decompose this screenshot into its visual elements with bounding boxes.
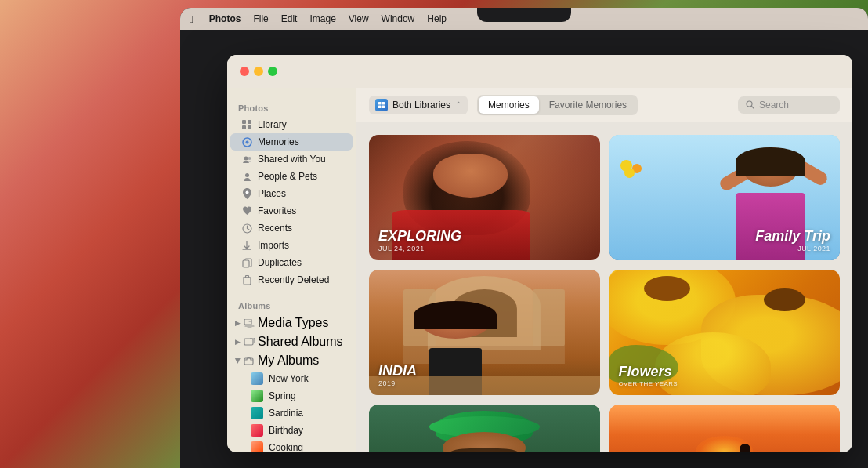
album-label-spring: Spring [269, 390, 296, 401]
duplicates-icon [241, 257, 252, 268]
menu-image[interactable]: Image [309, 13, 335, 24]
library-icon [375, 99, 388, 111]
sidebar-section-albums: Albums [227, 295, 356, 314]
apple-logo-icon[interactable]:  [190, 13, 193, 25]
album-group-my-albums-label: My Albums [258, 354, 319, 368]
svg-rect-15 [244, 358, 253, 365]
album-group-media-types-label: Media Types [258, 316, 328, 330]
memory-card-summer[interactable]: Summer 2017 [369, 405, 600, 452]
album-thumb-birthday [251, 424, 263, 437]
photos-app-window: Photos Library [227, 55, 852, 452]
sidebar-item-memories[interactable]: Memories [230, 133, 353, 151]
heart-icon [241, 205, 252, 216]
memory-title-family-trip: Family Trip JUL 2021 [755, 229, 830, 252]
album-item-cooking[interactable]: Cooking [230, 439, 353, 452]
shared-icon [241, 154, 252, 165]
album-group-media-types[interactable]: ▶ Media Types [227, 314, 356, 332]
sidebar-item-recents[interactable]: Recents [230, 219, 353, 237]
camera-notch [477, 8, 571, 22]
sidebar-label-library: Library [258, 119, 287, 130]
sidebar-label-recents: Recents [258, 223, 292, 234]
trash-icon [241, 274, 252, 285]
memory-card-exploring[interactable]: EXPLORING JUL 24, 2021 [369, 135, 600, 260]
svg-rect-0 [242, 120, 246, 124]
sidebar-item-places[interactable]: Places [230, 185, 353, 202]
svg-point-5 [245, 140, 248, 143]
tab-favorite-memories[interactable]: Favorite Memories [540, 96, 636, 114]
maximize-button[interactable] [268, 67, 277, 76]
sidebar-label-recently-deleted: Recently Deleted [258, 274, 329, 285]
memory-card-beach-days[interactable]: BEACH DAYS 2019 [609, 405, 841, 452]
toolbar: Both Libraries ⌃ Memories Favorite Memor… [356, 88, 852, 122]
sidebar-label-imports: Imports [258, 240, 289, 251]
menu-edit[interactable]: Edit [281, 13, 298, 24]
sidebar-item-duplicates[interactable]: Duplicates [230, 254, 353, 271]
grid-icon [241, 119, 252, 130]
memory-card-flowers[interactable]: Flowers OVER THE YEARS [609, 270, 841, 395]
svg-point-9 [245, 191, 248, 194]
album-item-new-york[interactable]: New York [230, 370, 353, 387]
sidebar-item-shared-with-you[interactable]: Shared with You [230, 151, 353, 168]
svg-rect-14 [244, 339, 253, 345]
memory-title-exploring: EXPLORING JUL 24, 2021 [378, 229, 461, 252]
search-placeholder: Search [759, 100, 789, 111]
traffic-lights [240, 67, 277, 76]
menu-view[interactable]: View [349, 13, 369, 24]
album-item-spring[interactable]: Spring [230, 387, 353, 405]
sidebar-label-duplicates: Duplicates [258, 257, 302, 268]
album-thumb-sardinia [251, 407, 263, 419]
svg-rect-3 [248, 125, 251, 129]
menu-file[interactable]: File [253, 13, 268, 24]
sidebar-label-places: Places [258, 188, 286, 199]
memory-card-family-trip[interactable]: Family Trip JUL 2021 [609, 135, 841, 260]
sidebar-item-favorites[interactable]: Favorites [230, 202, 353, 219]
search-icon [746, 100, 754, 109]
library-selector[interactable]: Both Libraries ⌃ [369, 96, 468, 114]
places-icon [241, 188, 252, 199]
sidebar: Photos Library [227, 88, 356, 452]
memories-grid: EXPLORING JUL 24, 2021 [356, 122, 852, 452]
chevron-right-icon: ▶ [235, 319, 241, 327]
menu-photos[interactable]: Photos [209, 13, 241, 24]
memory-card-india[interactable]: INDIA 2019 [369, 270, 600, 395]
chevron-right-icon-2: ▶ [235, 338, 241, 346]
minimize-button[interactable] [254, 67, 263, 76]
macbook-frame:  Photos File Edit Image View Window Hel… [180, 8, 868, 468]
my-albums-icon [244, 355, 255, 366]
clock-icon [241, 223, 252, 234]
menu-help[interactable]: Help [427, 13, 447, 24]
svg-rect-11 [243, 260, 249, 267]
svg-point-20 [747, 101, 752, 107]
svg-rect-19 [382, 105, 385, 108]
content-area: Both Libraries ⌃ Memories Favorite Memor… [356, 88, 852, 452]
sidebar-item-people-pets[interactable]: People & Pets [230, 168, 353, 185]
main-content: Photos Library [227, 88, 852, 452]
album-group-shared-albums[interactable]: ▶ Shared Albums [227, 332, 356, 351]
close-button[interactable] [240, 67, 249, 76]
media-types-icon [244, 317, 255, 328]
memory-title-flowers: Flowers OVER THE YEARS [619, 365, 678, 387]
library-chevron-icon: ⌃ [455, 100, 461, 109]
album-label-sardinia: Sardinia [269, 408, 303, 419]
svg-rect-2 [242, 125, 246, 129]
sidebar-label-shared: Shared with You [258, 154, 326, 165]
album-item-birthday[interactable]: Birthday [230, 422, 353, 439]
sidebar-section-photos: Photos [227, 97, 356, 116]
album-group-my-albums[interactable]: ▶ My Albums [227, 351, 356, 370]
search-bar[interactable]: Search [738, 96, 840, 114]
svg-point-8 [245, 173, 249, 177]
album-label-new-york: New York [269, 373, 309, 384]
menu-window[interactable]: Window [382, 13, 415, 24]
sidebar-label-memories: Memories [258, 136, 299, 147]
svg-rect-17 [382, 102, 385, 105]
sidebar-item-recently-deleted[interactable]: Recently Deleted [230, 271, 353, 288]
album-thumb-spring [251, 390, 263, 402]
tab-memories[interactable]: Memories [479, 96, 539, 114]
album-item-sardinia[interactable]: Sardinia [230, 405, 353, 422]
sidebar-item-library[interactable]: Library [230, 116, 353, 133]
svg-rect-1 [248, 120, 251, 124]
memory-title-india: INDIA 2019 [378, 364, 417, 387]
sidebar-item-imports[interactable]: Imports [230, 237, 353, 254]
album-thumb-cooking [251, 441, 263, 452]
sidebar-label-people-pets: People & Pets [258, 171, 317, 182]
